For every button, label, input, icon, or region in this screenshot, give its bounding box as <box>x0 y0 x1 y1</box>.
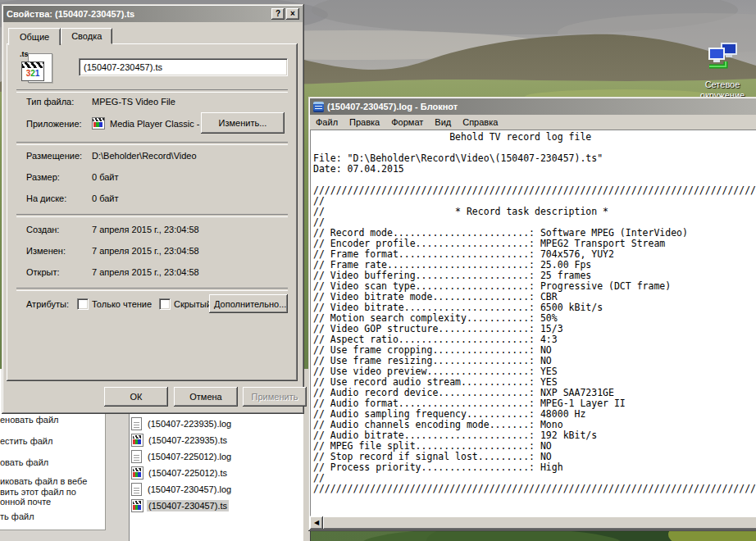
app-value: Media Player Classic - <box>92 117 199 130</box>
created-value: 7 апреля 2015 г., 23:04:58 <box>92 225 199 234</box>
type-label: Тип файла: <box>26 97 74 107</box>
close-icon[interactable]: × <box>286 8 299 20</box>
dialog-tabs: Общие Сводка <box>8 27 112 44</box>
log-file-icon <box>131 417 142 430</box>
apply-button[interactable]: Применить <box>243 387 307 407</box>
help-button[interactable]: ? <box>271 8 285 20</box>
dialog-general-panel: .ts 321 (150407-230457).ts Тип файла: MP… <box>7 43 298 381</box>
attributes-label: Атрибуты: <box>26 299 69 309</box>
menu-format[interactable]: Формат <box>385 116 429 129</box>
menu-edit[interactable]: Правка <box>344 116 385 129</box>
clapperboard-icon: 321 <box>21 61 44 81</box>
readonly-checkbox[interactable] <box>77 298 89 310</box>
readonly-label: Только чтение <box>92 299 152 309</box>
media-player-classic-icon <box>92 117 105 130</box>
task-link-rename[interactable]: еновать файл <box>0 415 103 425</box>
network-places-desktop-icon[interactable]: Сетевое окружение <box>685 41 756 101</box>
accessed-value: 7 апреля 2015 г., 23:04:58 <box>92 267 199 277</box>
desktop: Сетевое окружение еновать файл естить фа… <box>0 0 756 541</box>
task-link-delete[interactable]: ть файл <box>0 511 103 521</box>
scrollbar-thumb[interactable] <box>323 516 756 530</box>
file-row-230457-log[interactable]: (150407-230457).log <box>131 482 233 497</box>
file-row-230457-ts-selected[interactable]: (150407-230457).ts <box>131 498 229 513</box>
scroll-left-arrow-icon[interactable]: ◀ <box>310 516 323 530</box>
separator <box>16 214 288 217</box>
log-file-icon <box>131 450 142 463</box>
task-link-copy[interactable]: овать файл <box>0 457 103 467</box>
dialog-title: Свойства: (150407-230457).ts <box>7 9 270 19</box>
cancel-button[interactable]: Отмена <box>174 387 238 407</box>
task-link-email-line2: онной почте <box>0 497 51 507</box>
network-computers-icon <box>704 41 740 75</box>
location-value: D:\Beholder\Record\Video <box>92 151 197 161</box>
notepad-window: (150407-230457).log - Блокнот Файл Правк… <box>308 97 756 531</box>
modified-value: 7 апреля 2015 г., 23:04:58 <box>92 246 199 256</box>
log-content: Behold TV record log file File: "D:\Beho… <box>311 130 756 494</box>
menu-help[interactable]: Справка <box>457 116 503 129</box>
change-app-button[interactable]: Изменить... <box>201 112 285 134</box>
notepad-titlebar[interactable]: (150407-230457).log - Блокнот <box>310 98 756 115</box>
notepad-icon <box>313 102 324 112</box>
notepad-title: (150407-230457).log - Блокнот <box>327 102 756 111</box>
created-label: Создан: <box>26 225 59 234</box>
menu-view[interactable]: Вид <box>429 116 457 129</box>
log-file-icon <box>131 483 142 496</box>
hidden-label: Скрытый <box>174 299 212 309</box>
video-file-icon <box>131 434 143 447</box>
task-link-publish[interactable]: иковать файл в вебе <box>0 476 103 486</box>
location-label: Размещение: <box>26 151 82 161</box>
task-link-email[interactable]: вить этот файл по онной почте <box>0 487 103 507</box>
modified-label: Изменен: <box>26 246 66 256</box>
size-label: Размер: <box>26 172 60 182</box>
hidden-checkbox[interactable] <box>159 298 171 310</box>
file-row-225012-ts[interactable]: (150407-225012).ts <box>131 466 229 480</box>
ondisk-value: 0 байт <box>92 193 119 203</box>
file-row-223935-ts[interactable]: (150407-223935).ts <box>131 433 229 448</box>
separator <box>16 142 288 145</box>
task-link-move[interactable]: естить файл <box>0 436 103 446</box>
ts-ext-label: .ts <box>20 50 29 58</box>
dialog-titlebar[interactable]: Свойства: (150407-230457).ts ? × <box>3 6 303 22</box>
video-file-icon <box>131 466 143 480</box>
type-value: MPEG-TS Video File <box>92 97 175 107</box>
video-file-icon <box>131 499 143 512</box>
ts-file-icon: .ts 321 <box>18 50 56 86</box>
file-row-225012-log[interactable]: (150407-225012).log <box>131 449 233 464</box>
ok-button[interactable]: ОК <box>104 387 168 407</box>
app-label: Приложение: <box>26 119 82 129</box>
file-row-223935-log[interactable]: (150407-223935).log <box>131 416 233 431</box>
properties-dialog: Свойства: (150407-230457).ts ? × Общие С… <box>2 4 304 414</box>
ondisk-label: На диске: <box>26 193 66 203</box>
tab-general[interactable]: Общие <box>8 28 61 45</box>
tab-summary[interactable]: Сводка <box>61 28 112 44</box>
menu-file[interactable]: Файл <box>310 116 344 129</box>
size-value: 0 байт <box>92 172 119 182</box>
notepad-menubar: Файл Правка Формат Вид Справка <box>310 115 756 130</box>
filename-field[interactable]: (150407-230457).ts <box>79 58 288 76</box>
notepad-horizontal-scrollbar[interactable]: ◀ <box>310 516 756 530</box>
task-link-email-line1: вить этот файл по <box>0 487 76 497</box>
notepad-text-area[interactable]: Behold TV record log file File: "D:\Beho… <box>310 130 756 516</box>
separator <box>16 288 288 291</box>
accessed-label: Открыт: <box>26 267 60 277</box>
separator <box>16 89 288 93</box>
advanced-button[interactable]: Дополнительно... <box>209 294 288 313</box>
